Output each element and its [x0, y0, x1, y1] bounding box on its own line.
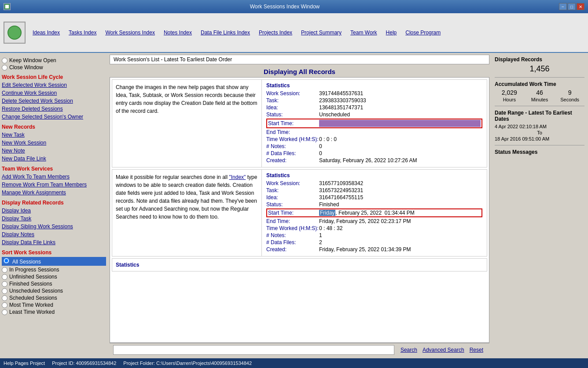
all-sessions-radio[interactable]	[4, 258, 9, 264]
minimize-button[interactable]: −	[559, 3, 567, 10]
title-bar: Work Sessions Index Window − □ ✕	[0, 0, 588, 13]
remove-work-from-team-members-link[interactable]: Remove Work From Team Members	[2, 181, 106, 188]
unscheduled-sessions-option[interactable]: Unscheduled Sessions	[2, 288, 106, 294]
record-2-data-files-row: # Data Files: 2	[266, 239, 482, 245]
to-label: To	[495, 130, 584, 135]
record-1-created-label: Created:	[266, 157, 319, 164]
nav-project-summary[interactable]: Project Summary	[301, 30, 342, 36]
edit-selected-work-session-link[interactable]: Edit Selected Work Session	[2, 82, 106, 89]
record-1-idea-value: 136481351747371	[319, 104, 363, 111]
close-window-label: Close Window	[9, 64, 43, 71]
add-work-to-team-members-link[interactable]: Add Work To Team Members	[2, 173, 106, 180]
display-related-records-header: Display Related Records	[2, 200, 106, 206]
records-scroll[interactable]: Change the images in the new help pages …	[110, 77, 489, 343]
record-1-time-worked-value: 0 : 0 : 0	[319, 136, 337, 142]
maximize-button[interactable]: □	[568, 3, 576, 10]
friday-highlight: Friday	[319, 210, 335, 216]
minutes-label: Minutes	[525, 97, 555, 102]
delete-selected-work-session-link[interactable]: Delete Selected Work Session	[2, 97, 106, 104]
record-2-task-label: Task:	[266, 187, 319, 193]
advanced-search-link[interactable]: Advanced Search	[423, 347, 464, 353]
search-input[interactable]	[113, 345, 394, 355]
record-card-2[interactable]: Make it possible for regular searches do…	[112, 169, 487, 256]
record-card-3-partial[interactable]: Statistics	[112, 258, 487, 271]
keep-window-open-radio[interactable]	[2, 58, 7, 63]
close-window-radio[interactable]	[2, 65, 7, 71]
display-notes-link[interactable]: Display Notes	[2, 231, 106, 238]
manage-work-assignments-link[interactable]: Manage Work Assignments	[2, 189, 106, 196]
record-1-status-value: Unscheduled	[319, 112, 350, 118]
close-window-option[interactable]: Close Window	[2, 64, 106, 71]
unfinished-sessions-option[interactable]: Unfinished Sessions	[2, 274, 106, 280]
finished-sessions-label: Finished Sessions	[9, 281, 52, 287]
new-work-session-link[interactable]: New Work Session	[2, 139, 106, 146]
window-controls: − □ ✕	[559, 3, 584, 10]
display-sibling-work-sessions-link[interactable]: Display Sibling Work Sessions	[2, 223, 106, 230]
record-1-notes-value: 0	[319, 143, 322, 149]
least-time-worked-label: Least Time Worked	[9, 309, 55, 315]
display-idea-link[interactable]: Display Idea	[2, 207, 106, 214]
most-time-worked-option[interactable]: Most Time Worked	[2, 302, 106, 308]
scheduled-sessions-radio[interactable]	[2, 295, 7, 301]
record-1-task-value: 2393833303759033	[319, 97, 366, 104]
unfinished-sessions-radio[interactable]	[2, 274, 7, 280]
record-card-1[interactable]: Change the images in the new help pages …	[112, 79, 487, 167]
record-2-stats: Statistics Work Session: 316577109358342…	[262, 170, 487, 256]
close-button[interactable]: ✕	[577, 3, 584, 10]
record-2-start-time-value: Friday, February 25, 2022 01:34:44 PM	[319, 210, 481, 216]
displayed-records-title: Displayed Records	[495, 56, 584, 63]
search-link[interactable]: Search	[401, 347, 417, 353]
displaying-header: Displaying All Records	[110, 68, 489, 75]
nav-data-file-links-index[interactable]: Data File Links Index	[201, 30, 250, 36]
record-1-text: Change the images in the new help pages …	[112, 80, 262, 167]
nav-tasks-index[interactable]: Tasks Index	[69, 30, 96, 36]
new-data-file-link-link[interactable]: New Data File Link	[2, 155, 106, 162]
record-1-status-label: Status:	[266, 112, 319, 118]
record-2-status-label: Status:	[266, 201, 319, 208]
record-2-end-time-value: Friday, February 25, 2022 02:23:17 PM	[319, 218, 411, 224]
record-2-time-worked-row: Time Worked (H:M:S): 0 : 48 : 32	[266, 225, 482, 231]
scheduled-sessions-option[interactable]: Scheduled Sessions	[2, 295, 106, 301]
sort-work-sessions-header: Sort Work Sessions	[2, 249, 106, 256]
continue-work-session-link[interactable]: Continue Work Session	[2, 89, 106, 97]
window-title: Work Sessions Index Window	[11, 4, 559, 10]
display-task-link[interactable]: Display Task	[2, 215, 106, 222]
finished-sessions-option[interactable]: Finished Sessions	[2, 281, 106, 287]
nav-help[interactable]: Help	[386, 30, 397, 36]
accumulated-work-title: Accumulated Work Time	[495, 81, 584, 87]
record-2-notes-row: # Notes: 1	[266, 232, 482, 238]
restore-deleted-sessions-link[interactable]: Restore Deleted Sessions	[2, 105, 106, 112]
unscheduled-sessions-label: Unscheduled Sessions	[9, 288, 63, 294]
date-to: 18 Apr 2016 09:51:00 AM	[495, 136, 584, 141]
minutes-value: 46	[525, 89, 555, 96]
reset-link[interactable]: Reset	[470, 347, 483, 353]
record-1-end-time-label: End Time:	[266, 129, 319, 135]
keep-window-open-option[interactable]: Keep Window Open	[2, 57, 106, 63]
unscheduled-sessions-radio[interactable]	[2, 288, 7, 294]
record-2-notes-label: # Notes:	[266, 232, 319, 238]
nav-work-sessions-index[interactable]: Work Sessions Index	[105, 30, 155, 36]
new-note-link[interactable]: New Note	[2, 147, 106, 154]
nav-projects-index[interactable]: Projects Index	[259, 30, 292, 36]
change-selected-sessions-owner-link[interactable]: Change Selected Session's Owner	[2, 113, 106, 120]
nav-close-program[interactable]: Close Program	[405, 30, 441, 36]
record-2-start-time-row: Start Time: Friday, February 25, 2022 01…	[266, 208, 482, 217]
record-2-time-worked-label: Time Worked (H:M:S):	[266, 225, 319, 231]
record-1-work-session-row: Work Session: 391744845537631	[266, 90, 482, 97]
nav-team-work[interactable]: Team Work	[350, 30, 377, 36]
in-progress-sessions-option[interactable]: In Progress Sessions	[2, 267, 106, 273]
record-1-start-time-label: Start Time:	[268, 120, 319, 126]
display-data-file-links-link[interactable]: Display Data File Links	[2, 239, 106, 246]
nav-ideas-index[interactable]: Ideas Index	[33, 30, 60, 36]
record-2-text: Make it possible for regular searches do…	[112, 170, 262, 256]
new-task-link[interactable]: New Task	[2, 131, 106, 138]
divider-2	[495, 106, 584, 106]
finished-sessions-radio[interactable]	[2, 281, 7, 287]
all-sessions-selected[interactable]: All Sessions	[2, 257, 106, 266]
least-time-worked-option[interactable]: Least Time Worked	[2, 309, 106, 315]
nav-notes-index[interactable]: Notes Index	[164, 30, 192, 36]
least-time-worked-radio[interactable]	[2, 309, 7, 315]
most-time-worked-radio[interactable]	[2, 302, 7, 308]
record-1-created-value: Saturday, February 26, 2022 10:27:26 AM	[319, 157, 417, 164]
in-progress-sessions-radio[interactable]	[2, 267, 7, 273]
